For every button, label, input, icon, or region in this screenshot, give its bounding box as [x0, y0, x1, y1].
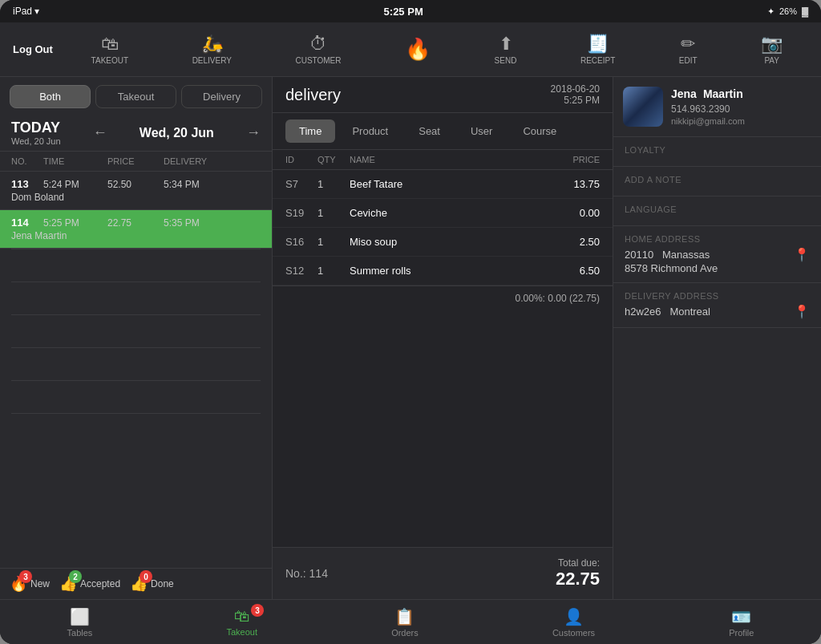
item-id-1: S7: [285, 178, 317, 190]
item-row-4[interactable]: S12 1 Summer rolls 6.50: [273, 257, 613, 286]
order-row-114[interactable]: 114 5:25 PM 22.75 5:35 PM Jena Maartin: [0, 210, 272, 249]
new-badge: 3: [19, 570, 32, 583]
item-price-3: 2.50: [536, 236, 600, 248]
battery-icon: ▓: [802, 6, 808, 16]
divider2: [11, 281, 261, 282]
bottom-nav-customers[interactable]: 👤 Customers: [540, 604, 608, 641]
item-row-3[interactable]: S16 1 Miso soup 2.50: [273, 228, 613, 257]
add-note-label: ADD A NOTE: [625, 175, 810, 184]
filter-tabs: Both Takeout Delivery: [0, 77, 272, 115]
order-date-info: 2018-06-20 5:25 PM: [551, 83, 600, 106]
delivery-address-label: DELIVERY ADDRESS: [625, 291, 810, 301]
tab-seat[interactable]: Seat: [405, 119, 454, 143]
order-time: 5:25 PM: [551, 95, 600, 106]
profile-label: Profile: [729, 628, 754, 638]
nav-item-edit[interactable]: ✏ EDIT: [673, 30, 704, 68]
customer-last-name: Maartin: [703, 87, 743, 100]
nav-item-send[interactable]: ⬆ SEND: [488, 30, 524, 68]
filter-tab-takeout[interactable]: Takeout: [95, 85, 176, 108]
order-name-114: Jena Maartin: [11, 230, 261, 241]
loyalty-section: Loyalty: [613, 137, 821, 167]
accepted-icon: 👍 2: [59, 575, 77, 593]
nav-item-pay[interactable]: 📷 PAY: [754, 30, 789, 68]
bottom-nav-orders[interactable]: 📋 Orders: [378, 604, 431, 641]
bottom-status: 🔥 3 New 👍 2 Accepted 👍 0: [0, 568, 272, 599]
filter-tab-both[interactable]: Both: [10, 85, 91, 108]
tab-product[interactable]: Product: [338, 119, 402, 143]
order-num-114: 114: [11, 217, 43, 229]
done-icon: 👍 0: [130, 575, 148, 593]
order-list: 113 5:24 PM 52.50 5:34 PM Dom Boland 114…: [0, 172, 272, 568]
item-name-4: Summer rolls: [350, 265, 536, 277]
today-label: TODAY Wed, 20 Jun: [11, 119, 61, 146]
orders-icon: 📋: [394, 607, 415, 626]
bluetooth-icon: ✦: [767, 6, 774, 17]
next-date-button[interactable]: →: [246, 124, 261, 141]
bottom-nav-takeout[interactable]: 3 🛍 Takeout: [213, 604, 270, 640]
bottom-nav-tables[interactable]: ⬜ Tables: [55, 604, 106, 641]
order-date: 2018-06-20: [551, 83, 600, 95]
bottom-nav-profile[interactable]: 🪪 Profile: [716, 604, 766, 641]
delivery-address-section: DELIVERY ADDRESS h2w2e6 Montreal 📍: [613, 283, 821, 328]
takeout-nav-label: Takeout: [226, 627, 257, 637]
divider5: [11, 380, 261, 381]
nav-item-customer[interactable]: ⏱ CUSTOMER: [289, 30, 347, 68]
orders-label: Orders: [391, 628, 419, 638]
status-new[interactable]: 🔥 3 New: [10, 575, 50, 593]
total-due-amount: 22.75: [556, 569, 600, 589]
takeout-nav-icon: 🛍: [234, 607, 250, 626]
customer-email: nikkipi@gmail.com: [671, 116, 811, 126]
order-delivery-114: 5:35 PM: [164, 217, 261, 229]
nav-item-flame[interactable]: 🔥: [398, 34, 437, 65]
home-address-row1: 20110 Manassas 📍: [625, 247, 810, 262]
item-price-2: 0.00: [536, 207, 600, 219]
date-display: Wed, 20 Jun: [140, 126, 214, 140]
customers-icon: 👤: [564, 607, 584, 626]
add-note-section[interactable]: ADD A NOTE: [613, 167, 821, 196]
item-qty-3: 1: [317, 236, 350, 248]
device-frame: iPad ▾ 5:25 PM ✦ 26% ▓ Log Out 🛍 TAKEOUT…: [0, 0, 821, 644]
order-type: delivery: [285, 86, 341, 104]
item-price-1: 13.75: [536, 178, 600, 190]
nav-label-customer: CUSTOMER: [295, 56, 341, 65]
date-nav: TODAY Wed, 20 Jun ← Wed, 20 Jun →: [0, 115, 272, 152]
item-name-1: Beef Tatare: [350, 178, 536, 190]
tab-course[interactable]: Course: [509, 119, 570, 143]
customer-header: Jena Maartin 514.963.2390 nikkipi@gmail.…: [613, 77, 821, 137]
prev-date-button[interactable]: ←: [93, 124, 107, 141]
status-accepted[interactable]: 👍 2 Accepted: [59, 575, 120, 593]
item-row-1[interactable]: S7 1 Beef Tatare 13.75: [273, 170, 613, 199]
header-no: NO.: [11, 156, 43, 166]
status-left: iPad ▾: [13, 6, 39, 17]
order-delivery-113: 5:34 PM: [164, 179, 261, 190]
takeout-icon: 🛍: [101, 34, 119, 55]
loyalty-label: Loyalty: [625, 145, 810, 155]
item-name-2: Ceviche: [350, 207, 536, 219]
status-done[interactable]: 👍 0 Done: [130, 575, 174, 593]
filter-tab-delivery[interactable]: Delivery: [181, 85, 262, 108]
item-price-4: 6.50: [536, 265, 600, 277]
tab-user[interactable]: User: [457, 119, 506, 143]
order-row-113[interactable]: 113 5:24 PM 52.50 5:34 PM Dom Boland: [0, 172, 272, 210]
tables-label: Tables: [67, 628, 93, 638]
order-time-114: 5:25 PM: [43, 217, 107, 229]
nav-item-delivery[interactable]: 🛵 DELIVERY: [186, 30, 238, 68]
location-icon-home: 📍: [794, 247, 810, 262]
tab-time[interactable]: Time: [285, 119, 335, 143]
profile-icon: 🪪: [731, 607, 751, 626]
logout-button[interactable]: Log Out: [6, 40, 59, 59]
customer-name: Jena Maartin: [671, 87, 811, 100]
delivery-icon: 🛵: [201, 34, 223, 55]
customer-info: Jena Maartin 514.963.2390 nikkipi@gmail.…: [671, 87, 811, 126]
home-street: 8578 Richmond Ave: [625, 262, 810, 274]
nav-item-takeout[interactable]: 🛍 TAKEOUT: [85, 30, 135, 68]
col-price: PRICE: [536, 155, 600, 164]
item-row-2[interactable]: S19 1 Ceviche 0.00: [273, 199, 613, 228]
nav-item-receipt[interactable]: 🧾 RECEIPT: [574, 30, 621, 68]
center-panel: delivery 2018-06-20 5:25 PM Time Product…: [273, 77, 613, 599]
items-table: ID QTY NAME PRICE S7 1 Beef Tatare 13.75…: [273, 150, 613, 547]
new-label: New: [30, 578, 50, 589]
order-header: delivery 2018-06-20 5:25 PM: [273, 77, 613, 113]
edit-icon: ✏: [681, 34, 695, 55]
avatar-image: [623, 87, 663, 127]
